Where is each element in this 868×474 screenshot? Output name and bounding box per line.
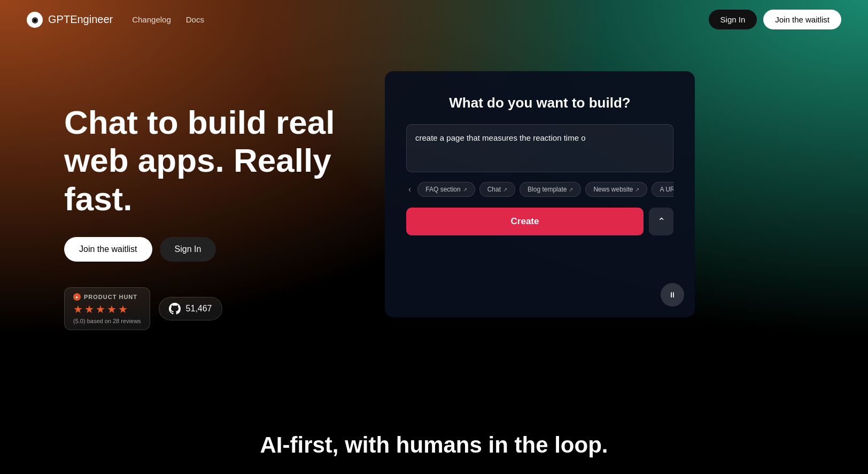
main-content: Chat to build real web apps. Really fast… [0, 39, 868, 330]
create-button[interactable]: Create [406, 208, 644, 235]
star-2: ★ [84, 303, 94, 316]
chip-arrow-1: ↗ [503, 187, 507, 193]
ph-icon: ▲ [73, 293, 81, 301]
ph-reviews: (5.0) based on 28 reviews [73, 318, 141, 324]
hero-left: Chat to build real web apps. Really fast… [64, 71, 353, 330]
pause-icon: ⏸ [669, 290, 676, 299]
hero-title: Chat to build real web apps. Really fast… [64, 103, 353, 218]
create-row: Create ⌃ [406, 208, 673, 235]
stars: ★ ★ ★ ★ ★ [73, 303, 141, 316]
star-3: ★ [96, 303, 105, 316]
signin-hero-button[interactable]: Sign In [160, 237, 216, 262]
chip-arrow-3: ↗ [635, 187, 639, 193]
prompt-textarea[interactable]: create a page that measures the reaction… [406, 124, 673, 172]
chips-prev-button[interactable]: ‹ [406, 182, 413, 196]
chip-faq[interactable]: FAQ section ↗ [417, 182, 475, 197]
options-icon: ⌃ [657, 216, 665, 227]
chip-news[interactable]: News website ↗ [585, 182, 647, 197]
nav-link-docs[interactable]: Docs [186, 15, 204, 24]
demo-panel: What do you want to build? create a page… [385, 71, 695, 317]
demo-title: What do you want to build? [406, 95, 673, 111]
bottom-section: AI-first, with humans in the loop. [0, 432, 868, 458]
logo[interactable]: ◉ GPTEngineer [27, 12, 113, 28]
star-4: ★ [107, 303, 117, 316]
star-1: ★ [73, 303, 83, 316]
github-icon [169, 303, 181, 315]
nav-left: ◉ GPTEngineer Changelog Docs [27, 12, 204, 28]
chip-blog[interactable]: Blog template ↗ [520, 182, 581, 197]
nav-links: Changelog Docs [132, 15, 204, 24]
chip-url[interactable]: A URL shortener ↗ [652, 182, 673, 197]
pause-button[interactable]: ⏸ [661, 283, 684, 307]
nav-link-changelog[interactable]: Changelog [132, 15, 171, 24]
social-proof: ▲ PRODUCT HUNT ★ ★ ★ ★ ★ (5.0) based on … [64, 287, 353, 330]
options-button[interactable]: ⌃ [649, 208, 673, 235]
product-hunt-badge: ▲ PRODUCT HUNT ★ ★ ★ ★ ★ (5.0) based on … [64, 287, 150, 330]
logo-text: GPTEngineer [48, 13, 113, 26]
chip-arrow-0: ↗ [463, 187, 467, 193]
hero-buttons: Join the waitlist Sign In [64, 237, 353, 262]
bottom-tagline: AI-first, with humans in the loop. [0, 432, 868, 458]
star-5: ★ [118, 303, 128, 316]
hero-title-bold: Chat [64, 104, 138, 141]
github-badge[interactable]: 51,467 [159, 297, 222, 320]
signin-nav-button[interactable]: Sign In [709, 10, 757, 29]
logo-icon: ◉ [27, 12, 43, 28]
waitlist-nav-button[interactable]: Join the waitlist [763, 10, 841, 29]
suggestion-chips: ‹ FAQ section ↗ Chat ↗ Blog template ↗ N… [406, 182, 673, 197]
waitlist-hero-button[interactable]: Join the waitlist [64, 237, 152, 262]
navbar: ◉ GPTEngineer Changelog Docs Sign In Joi… [0, 0, 868, 39]
chip-chat[interactable]: Chat ↗ [479, 182, 515, 197]
ph-header: ▲ PRODUCT HUNT [73, 293, 141, 301]
github-count: 51,467 [186, 304, 212, 314]
chip-arrow-2: ↗ [569, 187, 573, 193]
nav-right: Sign In Join the waitlist [709, 10, 841, 29]
ph-label: PRODUCT HUNT [84, 294, 137, 300]
